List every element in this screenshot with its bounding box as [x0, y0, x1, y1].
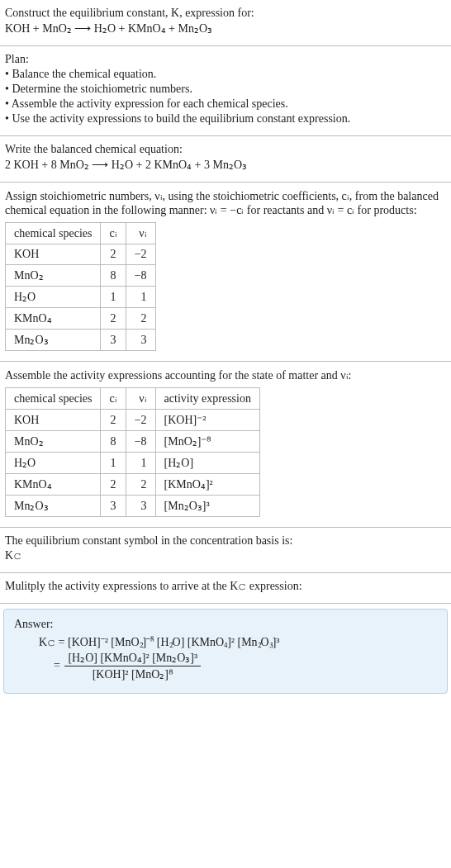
cell-activity: [Mn₂O₃]³ [155, 496, 259, 517]
cell-species: MnO₂ [6, 431, 101, 453]
col-header-species: chemical species [6, 388, 101, 410]
table-row: chemical species cᵢ νᵢ [6, 223, 156, 244]
cell-ci: 8 [101, 431, 126, 453]
col-header-ci: cᵢ [101, 388, 126, 410]
table-row: H₂O 1 1 [6, 287, 156, 308]
stoich-text: Assign stoichiometric numbers, νᵢ, using… [5, 189, 448, 217]
col-header-species: chemical species [6, 223, 101, 244]
cell-vi: 3 [126, 330, 155, 351]
table-row: KMnO₄ 2 2 [KMnO₄]² [6, 474, 260, 496]
cell-vi: −8 [126, 265, 155, 287]
kc-numerator: [H₂O] [KMnO₄]² [Mn₂O₃]³ [64, 651, 201, 666]
question-equation: KOH + MnO₂ ⟶ H₂O + KMnO₄ + Mn₂O₃ [5, 21, 448, 36]
cell-species: MnO₂ [6, 265, 101, 287]
multiply-text: Mulitply the activity expressions to arr… [5, 580, 448, 593]
answer-line2: = [H₂O] [KMnO₄]² [Mn₂O₃]³ [KOH]² [MnO₂]⁸ [39, 651, 437, 681]
table-row: MnO₂ 8 −8 [MnO₂]⁻⁸ [6, 431, 260, 453]
section-activity: Assemble the activity expressions accoun… [0, 362, 451, 528]
document-root: Construct the equilibrium constant, K, e… [0, 0, 451, 694]
kc-symbol: K𝚌 [5, 549, 448, 562]
table-row: Mn₂O₃ 3 3 [Mn₂O₃]³ [6, 496, 260, 517]
section-question: Construct the equilibrium constant, K, e… [0, 0, 451, 46]
cell-species: KMnO₄ [6, 474, 101, 496]
cell-vi: 3 [126, 496, 155, 517]
kc-lhs: K𝚌 = [39, 636, 68, 648]
table-row: KMnO₄ 2 2 [6, 308, 156, 330]
plan-heading: Plan: [5, 53, 448, 66]
stoich-table: chemical species cᵢ νᵢ KOH 2 −2 MnO₂ 8 −… [5, 222, 156, 351]
cell-ci: 2 [101, 308, 126, 330]
cell-species: KOH [6, 410, 101, 431]
table-row: KOH 2 −2 [KOH]⁻² [6, 410, 260, 431]
cell-activity: [KMnO₄]² [155, 474, 259, 496]
balanced-heading: Write the balanced chemical equation: [5, 143, 448, 156]
col-header-ci: cᵢ [101, 223, 126, 244]
kc-denominator: [KOH]² [MnO₂]⁸ [64, 666, 201, 681]
cell-species: Mn₂O₃ [6, 496, 101, 517]
cell-species: KMnO₄ [6, 308, 101, 330]
cell-species: H₂O [6, 287, 101, 308]
cell-ci: 1 [101, 453, 126, 474]
col-header-activity: activity expression [155, 388, 259, 410]
cell-vi: 2 [126, 474, 155, 496]
cell-vi: 1 [126, 287, 155, 308]
section-balanced-equation: Write the balanced chemical equation: 2 … [0, 136, 451, 183]
cell-species: KOH [6, 244, 101, 265]
col-header-vi: νᵢ [126, 388, 155, 410]
section-plan: Plan: • Balance the chemical equation. •… [0, 46, 451, 136]
cell-ci: 8 [101, 265, 126, 287]
cell-activity: [H₂O] [155, 453, 259, 474]
equals-sign: = [54, 659, 63, 671]
cell-ci: 2 [101, 244, 126, 265]
activity-table: chemical species cᵢ νᵢ activity expressi… [5, 387, 260, 517]
plan-bullet-3: • Assemble the activity expression for e… [5, 97, 448, 111]
cell-ci: 1 [101, 287, 126, 308]
table-row: chemical species cᵢ νᵢ activity expressi… [6, 388, 260, 410]
table-row: KOH 2 −2 [6, 244, 156, 265]
answer-line1: K𝚌 = [KOH]⁻² [MnO₂]⁻⁸ [H₂O] [KMnO₄]² [Mn… [39, 636, 437, 649]
cell-species: H₂O [6, 453, 101, 474]
table-row: Mn₂O₃ 3 3 [6, 330, 156, 351]
cell-activity: [MnO₂]⁻⁸ [155, 431, 259, 453]
cell-vi: −8 [126, 431, 155, 453]
table-row: H₂O 1 1 [H₂O] [6, 453, 260, 474]
question-line-1: Construct the equilibrium constant, K, e… [5, 7, 448, 20]
cell-ci: 2 [101, 474, 126, 496]
plan-bullet-4: • Use the activity expressions to build … [5, 112, 448, 126]
section-multiply: Mulitply the activity expressions to arr… [0, 573, 451, 604]
cell-vi: 2 [126, 308, 155, 330]
activity-text: Assemble the activity expressions accoun… [5, 368, 448, 382]
plan-bullet-2: • Determine the stoichiometric numbers. [5, 83, 448, 96]
cell-ci: 3 [101, 330, 126, 351]
section-kc-symbol: The equilibrium constant symbol in the c… [0, 528, 451, 573]
cell-ci: 3 [101, 496, 126, 517]
plan-bullet-1: • Balance the chemical equation. [5, 68, 448, 81]
cell-vi: −2 [126, 410, 155, 431]
cell-species: Mn₂O₃ [6, 330, 101, 351]
answer-label: Answer: [14, 618, 437, 631]
kc-fraction: [H₂O] [KMnO₄]² [Mn₂O₃]³ [KOH]² [MnO₂]⁸ [64, 651, 201, 681]
answer-expression: K𝚌 = [KOH]⁻² [MnO₂]⁻⁸ [H₂O] [KMnO₄]² [Mn… [14, 636, 437, 681]
section-stoichiometric: Assign stoichiometric numbers, νᵢ, using… [0, 183, 451, 362]
cell-ci: 2 [101, 410, 126, 431]
kc-symbol-text: The equilibrium constant symbol in the c… [5, 534, 448, 548]
cell-vi: −2 [126, 244, 155, 265]
cell-vi: 1 [126, 453, 155, 474]
answer-box: Answer: K𝚌 = [KOH]⁻² [MnO₂]⁻⁸ [H₂O] [KMn… [3, 609, 448, 694]
balanced-equation: 2 KOH + 8 MnO₂ ⟶ H₂O + 2 KMnO₄ + 3 Mn₂O₃ [5, 158, 448, 172]
table-row: MnO₂ 8 −8 [6, 265, 156, 287]
col-header-vi: νᵢ [126, 223, 155, 244]
kc-product-form: [KOH]⁻² [MnO₂]⁻⁸ [H₂O] [KMnO₄]² [Mn₂O₃]³ [68, 636, 280, 648]
cell-activity: [KOH]⁻² [155, 410, 259, 431]
